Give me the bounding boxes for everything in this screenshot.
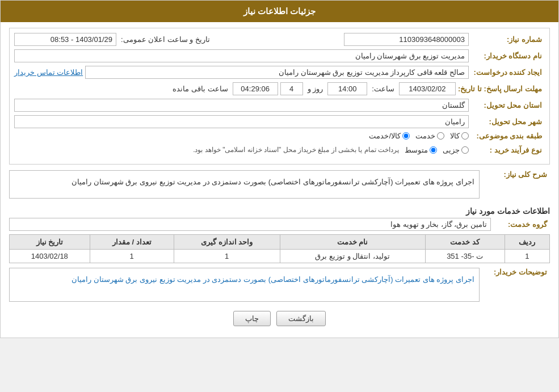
announce-label: تاریخ و ساعت اعلان عمومی: (119, 35, 212, 44)
services-table: ردیف کد خدمت نام خدمت واحد اندازه گیری ت… (9, 234, 550, 263)
category-label: طبقه بندی موضوعی: (471, 132, 545, 140)
date-value: 1403/02/02 (399, 82, 456, 95)
radio-motavasset[interactable] (430, 146, 437, 154)
service-group-value: تامین برق، گاز، بخار و تهویه هوا (9, 218, 491, 231)
row-service-group: گروه خدمت: تامین برق، گاز، بخار و تهویه … (9, 218, 550, 231)
row-buyer-notes: توضیحات خریدار: اجرای پروژه های تعمیرات … (9, 268, 550, 302)
city-label: شهر محل تحویل: (471, 117, 545, 126)
need-desc-label: شرح کلی نیاز: (482, 170, 550, 179)
buyer-org-value: مدیریت توزیع برق شهرستان رامیان (14, 49, 469, 62)
table-header-row: ردیف کد خدمت نام خدمت واحد اندازه گیری ت… (10, 235, 550, 250)
radio-both-label: کالا/خدمت (369, 132, 401, 140)
category-radio-group: کالا خدمت کالا/خدمت (14, 132, 469, 140)
button-row: بازگشت چاپ (9, 305, 550, 332)
province-label: استان محل تحویل: (471, 101, 545, 109)
row-need-desc: شرح کلی نیاز: اجرای پروژه های تعمیرات (آ… (9, 170, 550, 202)
process-note: پرداخت تمام یا بخشی از مبلغ خریداز محل "… (193, 144, 399, 156)
process-label: نوع فرآیند خرید : (471, 146, 545, 154)
radio-item-kala: کالا (450, 132, 469, 140)
creator-link[interactable]: اطلاعات تماس خریدار (14, 68, 83, 77)
th-date: تاریخ نیاز (10, 235, 90, 250)
buyer-notes-label: توضیحات خریدار: (482, 268, 550, 276)
radio-item-jozi: جزیی (443, 146, 469, 154)
main-form: شماره نیاز: 1103093648000003 تاریخ و ساع… (9, 28, 550, 165)
need-number-value: 1103093648000003 (344, 33, 469, 46)
creator-value: صالح قلعه قافی کارپرداز مدیریت توزیع برق… (85, 66, 469, 79)
print-button[interactable]: چاپ (233, 311, 271, 326)
remaining-label: ساعت باقی مانده (170, 85, 230, 93)
cell-row: 1 (505, 250, 549, 263)
th-row: ردیف (505, 235, 549, 250)
page-title: جزئیات اطلاعات نیاز (243, 6, 316, 16)
radio-kala-label: کالا (450, 132, 460, 140)
row-province: استان محل تحویل: گلستان (14, 99, 545, 112)
th-unit: واحد اندازه گیری (174, 235, 280, 250)
row-need-number: شماره نیاز: 1103093648000003 تاریخ و ساع… (14, 33, 545, 46)
creator-label: ایجاد کننده درخواست: (471, 68, 545, 77)
service-group-label: گروه خدمت: (493, 220, 550, 229)
need-desc-value: اجرای پروژه های تعمیرات (آچارکشی ترانسفو… (9, 170, 480, 199)
row-category: طبقه بندی موضوعی: کالا خدمت کالا/خدمت (14, 132, 545, 140)
radio-khedmat[interactable] (437, 132, 444, 140)
cell-qty: 1 (90, 250, 174, 263)
row-buyer-org: نام دستگاه خریدار: مدیریت توزیع برق شهرس… (14, 49, 545, 62)
time-value: 14:00 (327, 82, 367, 95)
row-city: شهر محل تحویل: رامیان (14, 115, 545, 128)
page-header: جزئیات اطلاعات نیاز (1, 1, 558, 22)
buyer-org-label: نام دستگاه خریدار: (471, 52, 545, 60)
city-value: رامیان (14, 115, 469, 128)
process-radio-group: جزیی متوسط پرداخت تمام یا بخشی از مبلغ خ… (14, 144, 469, 156)
send-date-label: مهلت ارسال پاسخ: تا تاریخ: (458, 85, 545, 93)
time-label: ساعت: (369, 85, 397, 93)
th-code: کد خدمت (425, 235, 505, 250)
days-label: روز و (305, 85, 326, 93)
days-value: 4 (280, 82, 303, 95)
announce-value: 1403/01/29 - 08:53 (14, 33, 116, 46)
radio-item-khedmat: خدمت (415, 132, 444, 140)
cell-code: ت -35- 351 (425, 250, 505, 263)
radio-motavasset-label: متوسط (405, 146, 428, 154)
radio-both[interactable] (402, 132, 410, 140)
row-process: نوع فرآیند خرید : جزیی متوسط پرداخت تمام… (14, 144, 545, 156)
buyer-notes-value: اجرای پروژه های تعمیرات (آچارکشی ترانسفو… (9, 268, 480, 302)
table-row: 1ت -35- 351تولید، انتقال و توزیع برق1114… (10, 250, 550, 263)
services-title: اطلاعات خدمات مورد نیاز (9, 206, 550, 216)
cell-name: تولید، انتقال و توزیع برق (280, 250, 425, 263)
province-value: گلستان (14, 99, 469, 112)
cell-unit: 1 (174, 250, 280, 263)
radio-kala[interactable] (461, 132, 469, 140)
remaining-value: 04:29:06 (233, 82, 278, 95)
cell-date: 1403/02/18 (10, 250, 90, 263)
need-number-label: شماره نیاز: (471, 35, 545, 44)
back-button[interactable]: بازگشت (276, 311, 326, 326)
radio-jozi-label: جزیی (443, 146, 460, 154)
th-qty: تعداد / مقدار (90, 235, 174, 250)
radio-item-motavasset: متوسط (405, 146, 437, 154)
radio-item-both: کالا/خدمت (369, 132, 410, 140)
radio-jozi[interactable] (461, 146, 469, 154)
row-creator: ایجاد کننده درخواست: صالح قلعه قافی کارپ… (14, 66, 545, 79)
th-name: نام خدمت (280, 235, 425, 250)
radio-khedmat-label: خدمت (415, 132, 435, 140)
row-send-date: مهلت ارسال پاسخ: تا تاریخ: 1403/02/02 سا… (14, 82, 545, 95)
